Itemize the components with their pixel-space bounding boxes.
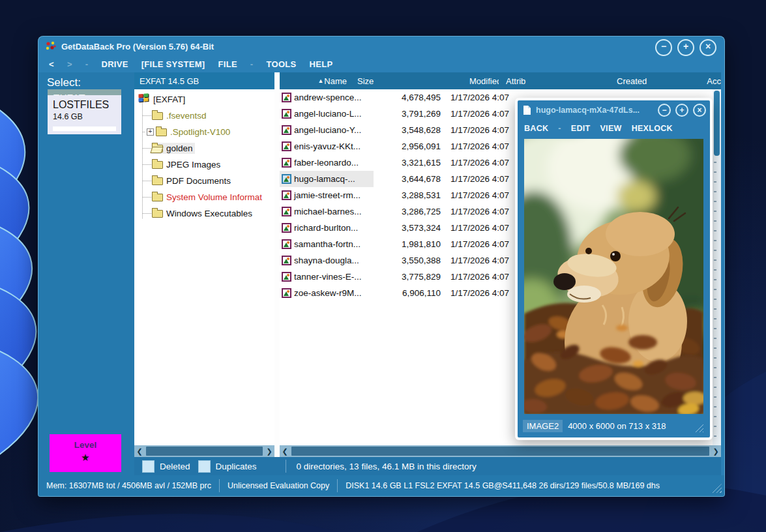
file-size: 3,288,531 [374,187,447,203]
preview-title: hugo-lamacq-mXa-47dLs... [536,106,640,115]
file-name: jamie-street-rm... [294,190,361,200]
file-size: 3,321,615 [374,155,447,171]
scroll-left-icon[interactable]: ❮ [134,445,145,457]
preview-resize-grip[interactable] [694,424,703,432]
file-name: angel-luciano-L... [294,109,362,119]
tree-item[interactable]: [EXFAT] [134,91,274,108]
partition-tile[interactable]: LOSTFILES 14.6 GB [48,95,121,134]
directory-summary: 0 directories, 13 files, 46.1 MB in this… [297,462,477,471]
file-size: 4,678,495 [374,89,447,106]
file-name: tanner-vines-E-... [294,272,362,282]
preview-control-button[interactable]: − [658,104,671,117]
tree-item-label: .fseventsd [166,111,207,121]
tree-scrollbar-thumb[interactable] [146,447,263,456]
resize-grip[interactable] [711,484,722,493]
window-control-button[interactable]: + [677,39,694,56]
column-header[interactable]: ▲ Name [280,72,353,89]
file-size: 3,548,628 [374,122,447,138]
column-header[interactable]: Attrib [499,72,612,89]
file-size: 3,550,388 [374,252,447,269]
tree-panel-header: EXFAT 14.5 GB [134,72,274,89]
tree-connector [143,115,151,117]
panel-splitter[interactable] [274,72,280,457]
folder-icon [152,210,163,218]
file-name: andrew-spence... [294,93,362,102]
window-title: GetDataBack Pro (Version 5.76) 64-Bit [61,42,214,52]
license-status: Unlicensed Evaluation Copy [220,481,337,490]
file-name: angel-luciano-Y... [294,125,361,135]
title-bar[interactable]: GetDataBack Pro (Version 5.76) 64-Bit −+… [38,37,724,56]
checkbox-box[interactable] [198,460,211,473]
level-star-icon: ★ [50,452,121,464]
filter-checkbox[interactable]: Duplicates [198,460,257,473]
vertical-scrollbar-thumb[interactable] [714,91,720,156]
file-size: 3,775,829 [374,269,447,285]
file-name-cell: angel-luciano-Y... [280,122,374,138]
tree-item[interactable]: Windows Executables [134,205,274,222]
level-label: Level [50,440,121,450]
column-header-label: Size [357,76,374,86]
menu-item[interactable]: [FILE SYSTEM] [141,59,205,69]
preview-menu-item[interactable]: - [558,124,561,133]
tree-item[interactable]: .fseventsd [134,108,274,124]
menu-item[interactable]: > [67,59,72,69]
window-control-button[interactable]: × [700,39,716,56]
column-header[interactable]: Modified [461,72,499,89]
menu-item[interactable]: HELP [310,59,333,69]
folder-icon [156,128,167,136]
preview-image [524,139,703,414]
tree-item[interactable]: System Volume Informat [134,189,274,205]
list-scrollbar-thumb[interactable] [291,447,709,456]
menu-item[interactable]: < [49,59,54,69]
image-file-icon [282,125,291,135]
tree-item[interactable]: golden [134,140,274,156]
tree-item[interactable]: .Spotlight-V100 [134,124,274,140]
tree-panel: EXFAT 14.5 GB [134,72,274,445]
scroll-left-icon[interactable]: ❮ [280,445,290,457]
filter-row: Deleted Duplicates 0 directories, 13 fil… [134,457,721,475]
file-name-cell: faber-leonardo... [280,155,374,171]
desktop: GetDataBack Pro (Version 5.76) 64-Bit −+… [0,0,766,532]
column-header[interactable]: Size [353,72,461,89]
preview-title-bar[interactable]: hugo-lamacq-mXa-47dLs... −+× [518,100,710,120]
scroll-right-icon[interactable]: ❯ [711,445,721,457]
preview-menu-item[interactable]: BACK [524,124,548,133]
tree-horizontal-scrollbar[interactable]: ❮ ❯ [134,445,274,457]
column-header[interactable]: Created [612,72,702,89]
partition-name: LOSTFILES [53,99,116,111]
image-file-icon [282,256,291,265]
list-horizontal-scrollbar[interactable]: ❮ ❯ [280,445,721,457]
tree-item[interactable]: JPEG Images [134,156,274,173]
tree-item-label: JPEG Images [166,160,220,170]
menu-item[interactable]: FILE [218,59,237,69]
expand-plus-icon[interactable] [147,128,154,136]
level-box[interactable]: Level ★ [50,434,121,472]
preview-control-button[interactable]: × [693,104,706,117]
tree-item[interactable]: PDF Documents [134,173,274,189]
menu-item[interactable]: DRIVE [101,59,128,69]
file-name: michael-barnes... [294,207,362,216]
file-size: 3,286,725 [374,203,447,220]
file-name-cell: jamie-street-rm... [280,187,374,203]
column-header[interactable]: Acc [702,72,721,89]
window-control-button[interactable]: − [655,39,672,56]
tree-connector [143,148,151,149]
preview-menu-item[interactable]: HEXLOCK [632,124,673,133]
file-name-cell: michael-barnes... [280,203,374,220]
file-name-cell: hugo-lamacq-... [280,171,374,187]
checkbox-box[interactable] [142,460,155,473]
memory-status: Mem: 16307MB tot / 4506MB avl / 152MB pr… [38,481,219,490]
file-name: enis-yavuz-KKt... [294,141,361,151]
menu-item[interactable]: TOOLS [267,59,297,69]
preview-control-button[interactable]: + [675,104,688,117]
menu-item[interactable]: - [250,59,254,69]
menu-item[interactable]: - [85,59,89,69]
preview-menu-item[interactable]: VIEW [600,124,621,133]
preview-menu-item[interactable]: EDIT [571,124,591,133]
vertical-scrollbar[interactable] [713,89,721,445]
tree-item-label: Windows Executables [166,209,252,218]
filter-checkbox[interactable]: Deleted [142,460,190,473]
scroll-right-icon[interactable]: ❯ [264,445,274,457]
preview-window: hugo-lamacq-mXa-47dLs... −+× BACK-EDITVI… [515,98,713,440]
windows-logo-icon [138,93,150,106]
